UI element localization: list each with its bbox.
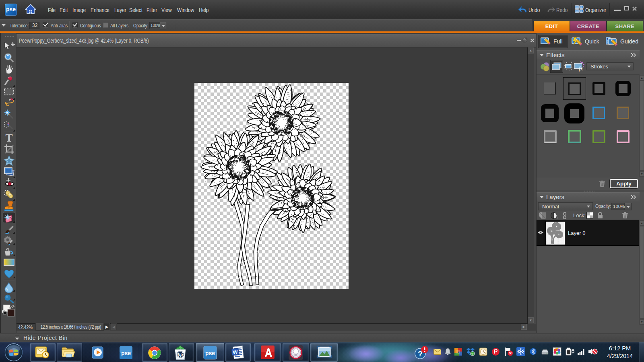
svg-text:fx: fx: [579, 66, 583, 72]
svg-text:pse: pse: [121, 350, 131, 356]
svg-text:hp: hp: [178, 352, 183, 357]
svg-text:T: T: [5, 132, 12, 144]
svg-text:pse: pse: [205, 350, 215, 356]
svg-text:W: W: [232, 349, 238, 355]
